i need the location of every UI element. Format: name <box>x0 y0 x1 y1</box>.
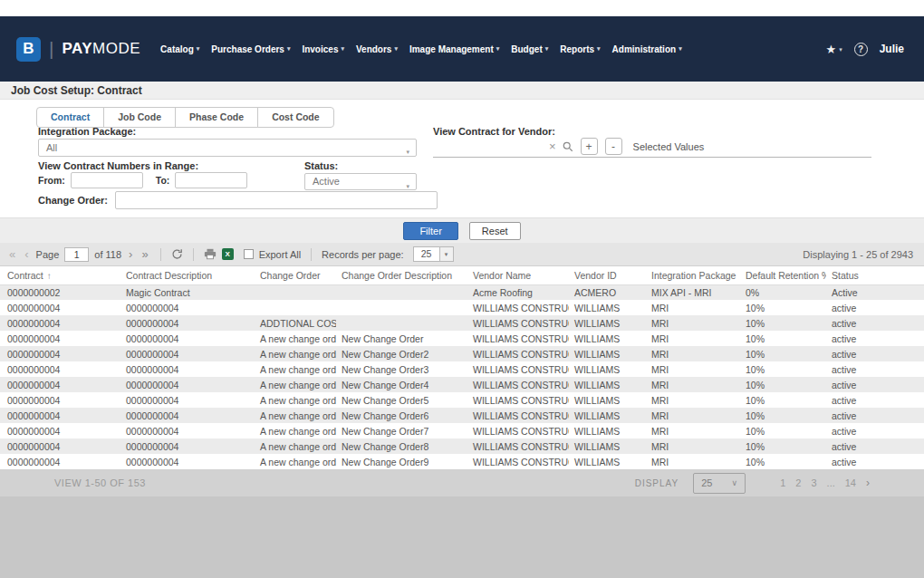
table-row[interactable]: 00000000040000000004WILLIAMS CONSTRUCTIO… <box>0 300 924 315</box>
table-cell: 0000000004 <box>120 438 255 454</box>
remove-vendor-button[interactable]: - <box>605 138 622 155</box>
view-summary: VIEW 1-50 OF 153 <box>54 477 146 488</box>
display-label: DISPLAY <box>635 478 679 488</box>
table-cell: WILLIAMS <box>569 392 646 408</box>
column-header-change-order[interactable]: Change Order <box>255 266 336 284</box>
refresh-icon[interactable] <box>171 248 183 260</box>
footer-next-page-icon[interactable]: › <box>866 477 870 489</box>
tab-phase-code[interactable]: Phase Code <box>175 107 258 128</box>
table-cell: New Change Order6 <box>336 408 467 423</box>
table-header-row: Contract↑ Contract Description Change Or… <box>0 266 924 284</box>
clear-icon[interactable]: × <box>549 140 556 152</box>
table-cell: 10% <box>740 331 826 346</box>
records-per-page-value: 25 <box>413 246 440 262</box>
column-header-change-order-description[interactable]: Change Order Description <box>336 266 467 284</box>
table-cell: WILLIAMS CONSTRUCTION <box>467 361 569 377</box>
user-menu[interactable]: Julie <box>880 43 904 55</box>
toolbar-divider <box>193 248 194 261</box>
export-all-checkbox[interactable] <box>244 249 254 259</box>
nav-item-budget[interactable]: Budget▾ <box>511 44 548 54</box>
table-row[interactable]: 0000000002Magic ContractAcme RoofingACME… <box>0 284 924 300</box>
footer-page-2[interactable]: 2 <box>795 477 801 488</box>
table-cell: 0000000004 <box>0 392 120 408</box>
add-vendor-button[interactable]: + <box>581 138 598 155</box>
table-row[interactable]: 00000000040000000004ADDTIONAL COSTWILLIA… <box>0 315 924 331</box>
first-page-button[interactable]: « <box>7 248 17 260</box>
table-cell: MRI <box>646 331 740 346</box>
table-body: 0000000002Magic ContractAcme RoofingACME… <box>0 284 924 469</box>
table-cell: MRI <box>646 454 740 469</box>
table-cell: active <box>826 392 924 408</box>
integration-package-select[interactable]: All ▾ <box>38 139 417 157</box>
help-icon[interactable]: ? <box>854 43 868 56</box>
table-cell: WILLIAMS <box>569 346 646 361</box>
table-cell: WILLIAMS CONSTRUCTION <box>467 423 569 438</box>
page-label: Page <box>36 249 60 260</box>
column-header-contract-description[interactable]: Contract Description <box>120 266 255 284</box>
table-cell: 10% <box>740 315 826 331</box>
range-from-input[interactable] <box>71 172 143 188</box>
footer-page-14[interactable]: 14 <box>845 477 856 488</box>
tab-job-code[interactable]: Job Code <box>103 107 176 128</box>
change-order-input[interactable] <box>115 191 438 209</box>
table-cell: MRI <box>646 377 740 392</box>
filter-button[interactable]: Filter <box>403 222 457 240</box>
table-row[interactable]: 00000000040000000004A new change order9N… <box>0 454 924 469</box>
table-row[interactable]: 00000000040000000004A new change order6N… <box>0 408 924 423</box>
footer-page-3[interactable]: 3 <box>811 477 816 488</box>
tab-cost-code[interactable]: Cost Code <box>257 107 334 128</box>
last-page-button[interactable]: » <box>140 248 149 260</box>
brand-divider: | <box>49 38 53 60</box>
table-row[interactable]: 00000000040000000004A new change order8N… <box>0 438 924 454</box>
displaying-summary: Displaying 1 - 25 of 2943 <box>803 249 917 260</box>
nav-item-invoices[interactable]: Invoices▾ <box>302 44 344 54</box>
table-cell: WILLIAMS CONSTRUCTION <box>467 315 569 331</box>
table-row[interactable]: 00000000040000000004A new change order2N… <box>0 346 924 361</box>
column-header-integration-package[interactable]: Integration Package <box>646 266 740 284</box>
table-cell: 0000000004 <box>120 361 255 377</box>
grid-toolbar: « ‹ Page of 118 › » X Export All Records… <box>0 243 924 266</box>
table-row[interactable]: 00000000040000000004A new change order4N… <box>0 377 924 392</box>
tab-contract[interactable]: Contract <box>36 107 104 128</box>
range-to-input[interactable] <box>175 172 247 188</box>
sort-asc-icon: ↑ <box>47 271 52 281</box>
table-row[interactable]: 00000000040000000004A new change order5N… <box>0 392 924 408</box>
vendor-search-input[interactable] <box>433 139 547 155</box>
table-cell: 0000000004 <box>120 331 255 346</box>
footer-page-1[interactable]: 1 <box>780 477 785 488</box>
chevron-down-icon: ▾ <box>597 45 601 52</box>
favorites-button[interactable]: ★▾ <box>825 43 842 56</box>
records-per-page-select[interactable]: 25 ▾ <box>413 246 454 262</box>
nav-item-image-management[interactable]: Image Management▾ <box>409 44 499 54</box>
table-cell: ACMERO <box>569 284 646 300</box>
table-cell: WILLIAMS <box>569 408 646 423</box>
table-row[interactable]: 00000000040000000004A new change order7N… <box>0 423 924 438</box>
search-icon[interactable] <box>563 141 573 152</box>
table-row[interactable]: 00000000040000000004A new change order3N… <box>0 361 924 377</box>
column-header-vendor-name[interactable]: Vendor Name <box>467 266 569 284</box>
display-count-select[interactable]: 25 ∨ <box>693 473 746 494</box>
print-icon[interactable] <box>204 248 217 260</box>
column-header-status[interactable]: Status <box>826 266 924 284</box>
nav-item-administration[interactable]: Administration▾ <box>612 44 682 54</box>
nav-item-vendors[interactable]: Vendors▾ <box>356 44 398 54</box>
table-row[interactable]: 00000000040000000004A new change orderNe… <box>0 331 924 346</box>
prev-page-button[interactable]: ‹ <box>23 248 30 260</box>
table-cell: New Change Order8 <box>336 438 467 454</box>
next-page-button[interactable]: › <box>127 248 134 260</box>
column-header-contract[interactable]: Contract↑ <box>0 266 120 284</box>
table-cell: WILLIAMS <box>569 423 646 438</box>
toolbar-divider <box>160 248 161 261</box>
column-header-default-retention[interactable]: Default Retention % <box>740 266 826 284</box>
nav-item-catalog[interactable]: Catalog▾ <box>160 44 199 54</box>
page-number-input[interactable] <box>64 247 89 262</box>
nav-item-reports[interactable]: Reports▾ <box>560 44 600 54</box>
nav-item-purchase-orders[interactable]: Purchase Orders▾ <box>211 44 290 54</box>
export-excel-icon[interactable]: X <box>222 248 234 260</box>
reset-button[interactable]: Reset <box>469 222 521 240</box>
table-cell: New Change Order2 <box>336 346 467 361</box>
table-cell: 10% <box>740 300 826 315</box>
page-title: Job Cost Setup: Contract <box>0 82 924 100</box>
column-header-vendor-id[interactable]: Vendor ID <box>569 266 646 284</box>
status-select[interactable]: Active ▾ <box>304 173 417 190</box>
